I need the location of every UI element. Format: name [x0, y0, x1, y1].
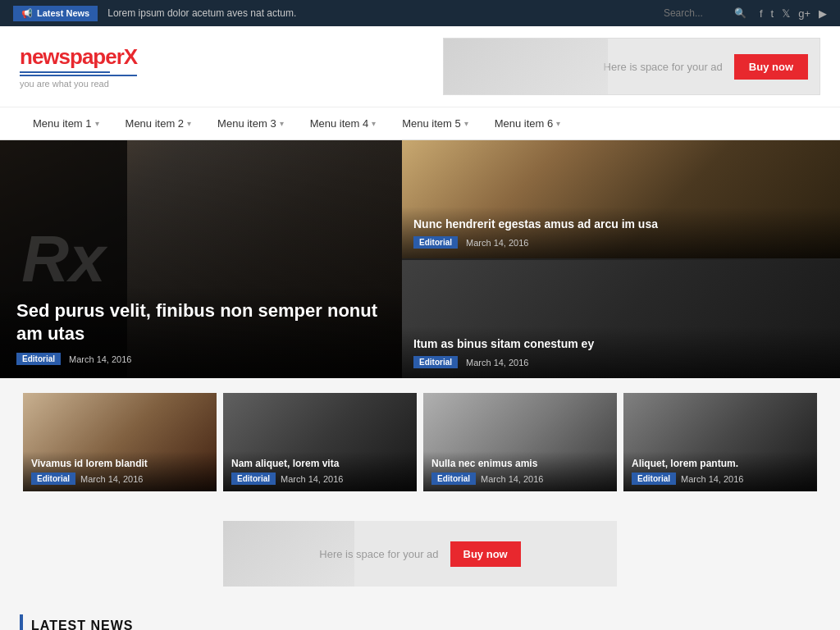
card-3[interactable]: Nulla nec enimus amis Editorial March 14… [423, 393, 617, 491]
card-4-date: March 14, 2016 [681, 474, 743, 484]
card-2-date: March 14, 2016 [281, 474, 343, 484]
chevron-down-icon: ▾ [187, 119, 191, 128]
search-icon[interactable]: 🔍 [734, 7, 746, 19]
ticker-text: Lorem ipsum dolor acetum aves nat actum. [107, 7, 664, 19]
card-3-date: March 14, 2016 [481, 474, 543, 484]
nav-item-3[interactable]: Menu item 3 ▾ [204, 107, 297, 139]
hero-main-overlay: Sed purus velit, finibus non semper nonu… [0, 286, 402, 378]
hero-right-top-meta: Editorial March 14, 2016 [413, 236, 829, 249]
hero-main-badge: Editorial [16, 353, 61, 365]
hero-right-bottom-meta: Editorial March 14, 2016 [413, 356, 829, 368]
facebook-icon[interactable]: f [760, 7, 763, 20]
ad-section-text: Here is space for your ad [319, 548, 438, 560]
hero-main-date: March 14, 2016 [69, 354, 131, 364]
logo: newspaperX [20, 44, 137, 70]
logo-area: newspaperX you are what you read [20, 44, 137, 89]
hero-right-top-overlay: Nunc hendrerit egestas amus ad arcu im u… [402, 207, 840, 258]
card-3-meta: Editorial March 14, 2016 [431, 472, 609, 485]
card-3-title: Nulla nec enimus amis [431, 458, 609, 469]
chevron-down-icon: ▾ [95, 119, 99, 128]
latest-news-heading: LATEST NEWS [20, 614, 820, 630]
hero-right-top-date: March 14, 2016 [466, 238, 528, 248]
latest-news-label: Latest News [37, 8, 89, 18]
main-nav: Menu item 1 ▾ Menu item 2 ▾ Menu item 3 … [0, 107, 840, 140]
card-2-meta: Editorial March 14, 2016 [231, 472, 409, 485]
latest-news-bar [20, 614, 23, 630]
hero-right-bottom-badge: Editorial [413, 356, 458, 368]
ad-banner-text: Here is space for your ad [604, 61, 723, 73]
card-1-title: Vivamus id lorem blandit [31, 458, 208, 469]
hero-right-top-card[interactable]: Nunc hendrerit egestas amus ad arcu im u… [402, 140, 840, 260]
googleplus-icon[interactable]: g+ [798, 7, 810, 20]
youtube-icon[interactable]: ▶ [819, 7, 827, 20]
logo-main-text: newspaper [20, 44, 124, 69]
card-2-badge: Editorial [231, 472, 276, 485]
card-2-overlay: Nam aliquet, lorem vita Editorial March … [223, 451, 417, 491]
hero-right-top-title: Nunc hendrerit egestas amus ad arcu im u… [413, 217, 829, 231]
top-bar: 📢 Latest News Lorem ipsum dolor acetum a… [0, 0, 840, 26]
social-icons: f t 𝕏 g+ ▶ [760, 7, 827, 20]
tumblr-icon[interactable]: t [771, 7, 774, 20]
hero-right-bottom-date: March 14, 2016 [466, 358, 528, 368]
hero-right-panels: Nunc hendrerit egestas amus ad arcu im u… [402, 140, 840, 378]
header: newspaperX you are what you read Here is… [0, 26, 840, 107]
logo-x: X [124, 44, 137, 69]
ad-buy-button[interactable]: Buy now [734, 54, 808, 80]
card-1-badge: Editorial [31, 472, 75, 485]
ad-section-buy-button[interactable]: Buy now [450, 541, 521, 567]
card-3-overlay: Nulla nec enimus amis Editorial March 14… [423, 451, 617, 491]
chevron-down-icon: ▾ [464, 119, 468, 128]
latest-news-badge: 📢 Latest News [13, 6, 98, 21]
search-input[interactable] [664, 7, 729, 19]
chevron-down-icon: ▾ [372, 119, 376, 128]
card-4-meta: Editorial March 14, 2016 [632, 472, 809, 485]
hero-right-bottom-overlay: Itum as binus sitam conestum ey Editoria… [402, 326, 840, 378]
card-2[interactable]: Nam aliquet, lorem vita Editorial March … [223, 393, 417, 491]
nav-item-4[interactable]: Menu item 4 ▾ [297, 107, 390, 139]
hero-section: Rx Sed purus velit, finibus non semper n… [0, 140, 840, 378]
twitter-icon[interactable]: 𝕏 [782, 7, 790, 20]
nav-item-1[interactable]: Menu item 1 ▾ [20, 107, 112, 139]
card-4-title: Aliquet, lorem pantum. [632, 458, 809, 469]
logo-tagline: you are what you read [20, 75, 137, 89]
card-4-badge: Editorial [632, 472, 676, 485]
card-1[interactable]: Vivamus id lorem blandit Editorial March… [23, 393, 217, 491]
card-1-overlay: Vivamus id lorem blandit Editorial March… [23, 451, 217, 491]
chevron-down-icon: ▾ [280, 119, 284, 128]
ad-banner-image [444, 39, 608, 95]
hero-right-bottom-title: Itum as binus sitam conestum ey [413, 336, 829, 351]
megaphone-icon: 📢 [21, 8, 33, 19]
nav-item-5[interactable]: Menu item 5 ▾ [389, 107, 482, 139]
chevron-down-icon: ▾ [556, 119, 560, 128]
ad-section-2: Here is space for your ad Buy now [223, 521, 617, 587]
card-4[interactable]: Aliquet, lorem pantum. Editorial March 1… [623, 393, 817, 491]
search-area[interactable]: 🔍 [664, 7, 746, 19]
hero-main-title: Sed purus velit, finibus non semper nonu… [16, 299, 386, 346]
logo-underline [20, 71, 110, 73]
hero-right-top-badge: Editorial [413, 236, 458, 249]
latest-news-section: LATEST NEWS [20, 614, 820, 630]
card-3-badge: Editorial [431, 472, 476, 485]
hero-right-bottom-card[interactable]: Itum as binus sitam conestum ey Editoria… [402, 260, 840, 378]
latest-news-title: LATEST NEWS [31, 619, 133, 630]
hero-main-meta: Editorial March 14, 2016 [16, 353, 386, 365]
hero-main-card[interactable]: Rx Sed purus velit, finibus non semper n… [0, 140, 402, 378]
card-1-date: March 14, 2016 [80, 474, 143, 484]
nav-item-2[interactable]: Menu item 2 ▾ [112, 107, 205, 139]
header-ad-banner: Here is space for your ad Buy now [443, 38, 820, 95]
card-2-title: Nam aliquet, lorem vita [231, 458, 409, 469]
cards-row: Vivamus id lorem blandit Editorial March… [20, 393, 820, 491]
card-1-meta: Editorial March 14, 2016 [31, 472, 208, 485]
card-4-overlay: Aliquet, lorem pantum. Editorial March 1… [623, 451, 817, 491]
nav-item-6[interactable]: Menu item 6 ▾ [482, 107, 574, 139]
